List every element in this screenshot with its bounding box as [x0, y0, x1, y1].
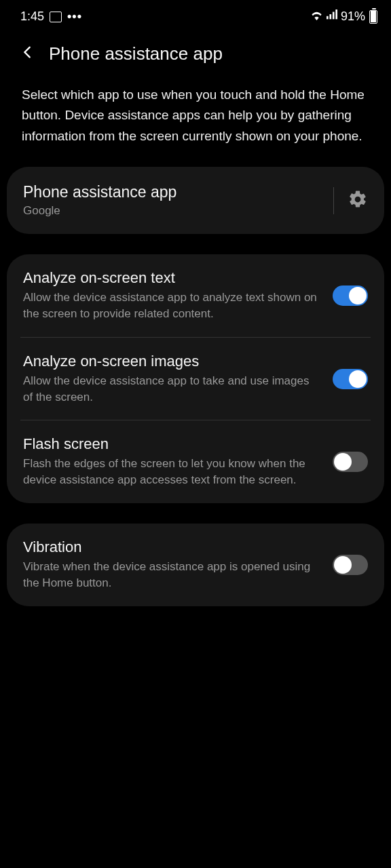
app-selector-card: Phone assistance app Google — [7, 167, 384, 234]
vibration-card: Vibration Vibrate when the device assist… — [7, 524, 384, 606]
feature-settings-card: Analyze on-screen text Allow the device … — [7, 254, 384, 503]
app-selector-title: Phone assistance app — [23, 183, 333, 201]
status-bar: 1:45 ••• 91% — [0, 0, 391, 29]
divider — [333, 187, 334, 214]
flash-screen-title: Flash screen — [23, 435, 322, 453]
signal-icon — [326, 9, 338, 24]
page-description: Select which app to use when you touch a… — [0, 71, 391, 160]
analyze-images-toggle[interactable] — [333, 369, 368, 389]
analyze-images-row[interactable]: Analyze on-screen images Allow the devic… — [7, 338, 384, 420]
vibration-row[interactable]: Vibration Vibrate when the device assist… — [7, 524, 384, 606]
flash-screen-toggle[interactable] — [333, 452, 368, 472]
status-left: 1:45 ••• — [20, 9, 82, 24]
status-right: 91% — [310, 9, 377, 24]
analyze-text-desc: Allow the device assistance app to analy… — [23, 290, 322, 322]
page-title: Phone assistance app — [49, 43, 223, 64]
vibration-desc: Vibrate when the device assistance app i… — [23, 559, 322, 591]
analyze-images-desc: Allow the device assistance app to take … — [23, 373, 322, 406]
vibration-title: Vibration — [23, 538, 322, 556]
vibration-toggle[interactable] — [333, 555, 368, 575]
analyze-text-toggle[interactable] — [333, 285, 368, 306]
back-icon[interactable] — [20, 43, 35, 64]
gear-icon[interactable] — [348, 189, 368, 212]
analyze-images-title: Analyze on-screen images — [23, 353, 322, 370]
flash-screen-desc: Flash the edges of the screen to let you… — [23, 456, 322, 488]
battery-icon — [369, 10, 377, 24]
analyze-text-title: Analyze on-screen text — [23, 269, 322, 287]
wifi-icon — [310, 9, 323, 24]
flash-screen-row[interactable]: Flash screen Flash the edges of the scre… — [7, 420, 384, 503]
battery-percent: 91% — [341, 9, 365, 24]
header: Phone assistance app — [0, 29, 391, 71]
status-time: 1:45 — [20, 9, 44, 24]
more-icon: ••• — [67, 9, 82, 24]
app-selector-value: Google — [23, 204, 333, 218]
app-selector-row[interactable]: Phone assistance app Google — [7, 167, 384, 234]
image-icon — [50, 12, 62, 22]
analyze-text-row[interactable]: Analyze on-screen text Allow the device … — [7, 254, 384, 337]
